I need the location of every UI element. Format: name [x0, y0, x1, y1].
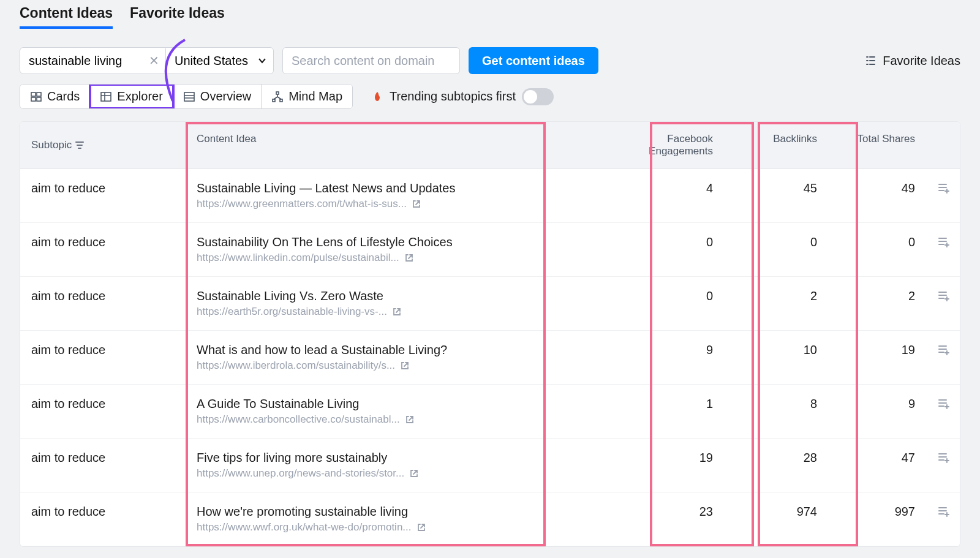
view-explorer-label: Explorer [117, 89, 162, 104]
col-backlinks-header[interactable]: Backlinks [724, 133, 828, 157]
cell-idea-url[interactable]: https://www.carboncollective.co/sustaina… [197, 413, 609, 426]
svg-line-15 [277, 97, 281, 99]
table-row: aim to reduceWhat is and how to lead a S… [20, 331, 960, 385]
cell-backlinks: 974 [724, 505, 828, 519]
cell-idea-title[interactable]: Sustainability On The Lens of Lifestyle … [197, 235, 609, 249]
view-overview-button[interactable]: Overview [173, 85, 262, 108]
clear-topic-icon[interactable]: ✕ [143, 53, 165, 68]
tab-favorite-ideas[interactable]: Favorite Ideas [130, 5, 225, 29]
external-link-icon[interactable] [417, 522, 426, 532]
list-icon [864, 55, 876, 67]
domain-search-input[interactable] [282, 47, 460, 74]
cell-backlinks: 2 [724, 289, 828, 303]
external-link-icon[interactable] [405, 415, 415, 424]
cell-subtopic: aim to reduce [20, 397, 186, 411]
cell-fb-engagements: 0 [620, 289, 724, 303]
cell-idea-url[interactable]: https://www.iberdrola.com/sustainability… [197, 360, 609, 372]
cell-idea-title[interactable]: Sustainable Living Vs. Zero Waste [197, 289, 609, 303]
external-link-icon[interactable] [400, 361, 410, 371]
svg-rect-3 [37, 97, 41, 101]
cell-backlinks: 45 [724, 181, 828, 195]
svg-rect-1 [37, 92, 41, 96]
col-subtopic-header[interactable]: Subtopic [31, 139, 72, 151]
cell-idea-url[interactable]: https://earth5r.org/sustainable-living-v… [197, 306, 609, 318]
cell-idea-title[interactable]: Five tips for living more sustainably [197, 451, 609, 465]
cell-idea-title[interactable]: A Guide To Sustainable Living [197, 397, 609, 411]
topic-input[interactable] [20, 54, 143, 68]
table-row: aim to reduceSustainability On The Lens … [20, 223, 960, 277]
cell-backlinks: 8 [724, 397, 828, 411]
add-to-list-icon[interactable] [937, 451, 951, 464]
cell-idea-url[interactable]: https://www.unep.org/news-and-stories/st… [197, 467, 609, 480]
favorite-ideas-label: Favorite Ideas [883, 54, 960, 68]
cell-idea-title[interactable]: What is and how to lead a Sustainable Li… [197, 343, 609, 357]
cell-subtopic: aim to reduce [20, 343, 186, 357]
svg-rect-10 [276, 92, 279, 94]
col-total-shares-header[interactable]: Total Shares [828, 133, 926, 157]
cell-total-shares: 0 [828, 235, 926, 249]
external-link-icon[interactable] [404, 253, 414, 263]
external-link-icon[interactable] [412, 199, 421, 209]
overview-icon [183, 91, 195, 103]
table-row: aim to reduceHow we're promoting sustain… [20, 492, 960, 546]
svg-rect-4 [101, 92, 111, 101]
cell-idea-url[interactable]: https://www.wwf.org.uk/what-we-do/promot… [197, 521, 609, 533]
col-content-idea-header[interactable]: Content Idea [186, 133, 620, 157]
country-select[interactable]: United States [166, 48, 273, 73]
cell-fb-engagements: 0 [620, 235, 724, 249]
cell-subtopic: aim to reduce [20, 289, 186, 303]
svg-rect-7 [184, 92, 194, 101]
view-cards-button[interactable]: Cards [20, 85, 90, 108]
trending-label: Trending subtopics first [390, 89, 516, 104]
table-row: aim to reduceFive tips for living more s… [20, 439, 960, 492]
cell-total-shares: 19 [828, 343, 926, 357]
cell-fb-engagements: 1 [620, 397, 724, 411]
cell-fb-engagements: 23 [620, 505, 724, 519]
trending-toggle[interactable] [522, 88, 554, 105]
cell-backlinks: 0 [724, 235, 828, 249]
cell-idea-url[interactable]: https://www.linkedin.com/pulse/sustainab… [197, 252, 609, 264]
cell-subtopic: aim to reduce [20, 451, 186, 465]
mindmap-icon [271, 91, 284, 103]
add-to-list-icon[interactable] [937, 289, 951, 303]
cell-total-shares: 9 [828, 397, 926, 411]
add-to-list-icon[interactable] [937, 343, 951, 356]
cell-idea-title[interactable]: How we're promoting sustainable living [197, 505, 609, 519]
add-to-list-icon[interactable] [937, 397, 951, 410]
svg-line-14 [274, 97, 277, 99]
view-explorer-button[interactable]: Explorer [90, 85, 173, 108]
cards-icon [30, 91, 42, 103]
cell-subtopic: aim to reduce [20, 505, 186, 519]
view-overview-label: Overview [200, 89, 251, 104]
cell-fb-engagements: 9 [620, 343, 724, 357]
tab-content-ideas[interactable]: Content Ideas [20, 5, 113, 29]
add-to-list-icon[interactable] [937, 235, 951, 249]
cell-idea-url[interactable]: https://www.greenmatters.com/t/what-is-s… [197, 198, 609, 210]
add-to-list-icon[interactable] [937, 181, 951, 195]
table-row: aim to reduceA Guide To Sustainable Livi… [20, 385, 960, 439]
table-row: aim to reduceSustainable Living — Latest… [20, 169, 960, 223]
view-mindmap-label: Mind Map [288, 89, 342, 104]
cell-total-shares: 997 [828, 505, 926, 519]
cell-total-shares: 49 [828, 181, 926, 195]
svg-rect-11 [273, 99, 275, 102]
cell-backlinks: 28 [724, 451, 828, 465]
view-mindmap-button[interactable]: Mind Map [262, 85, 352, 108]
col-facebook-header[interactable]: FacebookEngagements [620, 133, 724, 157]
cell-fb-engagements: 4 [620, 181, 724, 195]
svg-rect-12 [280, 99, 282, 102]
cell-subtopic: aim to reduce [20, 181, 186, 195]
filter-icon[interactable] [75, 141, 84, 149]
favorite-ideas-link[interactable]: Favorite Ideas [864, 54, 960, 68]
cell-total-shares: 2 [828, 289, 926, 303]
view-cards-label: Cards [47, 89, 80, 104]
cell-idea-title[interactable]: Sustainable Living — Latest News and Upd… [197, 181, 609, 195]
external-link-icon[interactable] [392, 307, 402, 317]
add-to-list-icon[interactable] [937, 505, 951, 518]
external-link-icon[interactable] [409, 469, 419, 478]
svg-rect-2 [31, 97, 36, 101]
svg-rect-0 [31, 92, 36, 96]
cell-backlinks: 10 [724, 343, 828, 357]
explorer-icon [100, 91, 112, 103]
get-content-ideas-button[interactable]: Get content ideas [469, 47, 598, 74]
